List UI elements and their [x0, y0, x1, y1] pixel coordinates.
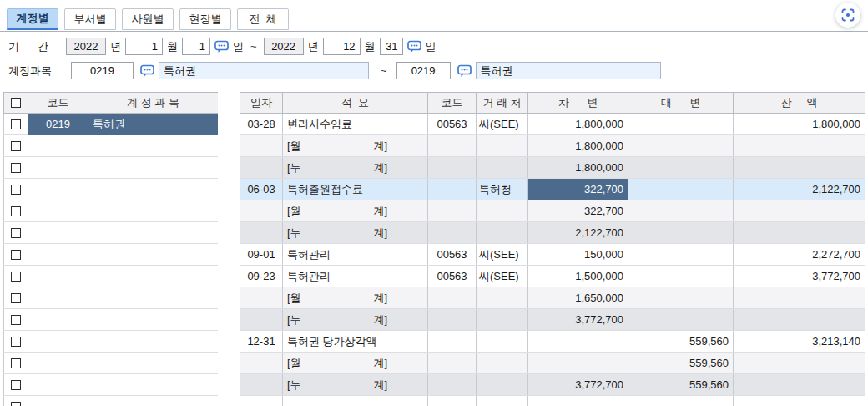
- credit-cell[interactable]: [628, 114, 734, 135]
- code-cell[interactable]: [428, 200, 477, 222]
- code-cell[interactable]: [428, 309, 477, 331]
- row-checkbox[interactable]: [11, 380, 21, 390]
- account-code-cell[interactable]: 0219: [28, 114, 88, 135]
- debit-cell[interactable]: 2,122,700: [528, 222, 628, 244]
- partner-cell[interactable]: [477, 200, 528, 222]
- to-day-input[interactable]: [380, 38, 403, 55]
- row-checkbox[interactable]: [11, 250, 21, 260]
- code-cell[interactable]: 00563: [428, 114, 477, 135]
- partner-cell[interactable]: 씨(SEE): [477, 114, 528, 135]
- credit-cell[interactable]: [628, 309, 734, 331]
- credit-cell[interactable]: [628, 244, 734, 266]
- row-checkbox[interactable]: [11, 402, 21, 406]
- account-name-cell[interactable]: 특허권: [88, 114, 219, 135]
- date-cell[interactable]: 09-01: [240, 244, 283, 266]
- row-checkbox[interactable]: [11, 293, 21, 303]
- account-code-cell[interactable]: [28, 287, 88, 309]
- account-code-cell[interactable]: [28, 179, 88, 200]
- to-month-input[interactable]: [323, 38, 361, 55]
- to-year-input[interactable]: [264, 38, 304, 55]
- ledger-row[interactable]: [누계]2,122,700: [240, 222, 865, 244]
- code-cell[interactable]: 00563: [428, 244, 477, 266]
- credit-cell[interactable]: [628, 135, 734, 157]
- tab-by-employee[interactable]: 사원별: [122, 8, 174, 30]
- account-code-cell[interactable]: [28, 374, 88, 396]
- row-checkbox[interactable]: [11, 315, 21, 325]
- code-cell[interactable]: [428, 287, 477, 309]
- account-name-cell[interactable]: [88, 396, 219, 406]
- date-cell[interactable]: [240, 200, 283, 222]
- partner-cell[interactable]: [477, 396, 528, 406]
- credit-cell[interactable]: [628, 200, 734, 222]
- account-name-cell[interactable]: [88, 331, 219, 353]
- ledger-row[interactable]: 09-01특허관리00563씨(SEE)150,0002,272,700: [240, 244, 865, 266]
- code-cell[interactable]: [428, 222, 477, 244]
- tab-by-site[interactable]: 현장별: [179, 8, 231, 30]
- account-row-empty[interactable]: [4, 200, 219, 222]
- account-row-empty[interactable]: [4, 179, 219, 200]
- description-cell[interactable]: 특허권 당가상각액: [283, 331, 428, 353]
- balance-cell[interactable]: 3,772,700: [734, 266, 865, 287]
- code-cell[interactable]: [428, 374, 477, 396]
- code-cell[interactable]: [428, 331, 477, 353]
- date-cell[interactable]: [240, 396, 283, 406]
- credit-cell[interactable]: 559,560: [628, 374, 734, 396]
- code-cell[interactable]: [428, 179, 477, 200]
- description-cell[interactable]: 특허관리: [283, 266, 428, 287]
- ledger-row[interactable]: 06-03특허출원접수료특허청322,7002,122,700: [240, 179, 865, 200]
- row-checkbox[interactable]: [11, 119, 21, 129]
- ledger-row[interactable]: 09-23특허관리00563씨(SEE)1,500,0003,772,700: [240, 266, 865, 287]
- code-help-icon[interactable]: [214, 40, 229, 53]
- date-cell[interactable]: [240, 374, 283, 396]
- description-cell[interactable]: [누계]: [283, 309, 428, 331]
- account-name-cell[interactable]: [88, 222, 219, 244]
- to-account-code-input[interactable]: [396, 62, 451, 79]
- account-row-empty[interactable]: [4, 157, 219, 179]
- ledger-row[interactable]: [240, 396, 865, 406]
- ledger-row[interactable]: [월계]322,700: [240, 200, 865, 222]
- debit-cell[interactable]: [528, 353, 628, 374]
- description-cell[interactable]: 특허출원접수료: [283, 179, 428, 200]
- balance-cell[interactable]: 2,272,700: [734, 244, 865, 266]
- description-cell[interactable]: [월계]: [283, 353, 428, 374]
- ledger-row[interactable]: [누계]1,800,000: [240, 157, 865, 179]
- account-name-cell[interactable]: [88, 244, 219, 266]
- debit-cell[interactable]: 1,650,000: [528, 287, 628, 309]
- credit-cell[interactable]: [628, 287, 734, 309]
- balance-cell[interactable]: 1,800,000: [734, 114, 865, 135]
- balance-cell[interactable]: [734, 396, 865, 406]
- description-cell[interactable]: [283, 396, 428, 406]
- balance-cell[interactable]: [734, 309, 865, 331]
- date-cell[interactable]: 09-23: [240, 266, 283, 287]
- debit-cell[interactable]: 3,772,700: [528, 309, 628, 331]
- balance-cell[interactable]: [734, 374, 865, 396]
- tab-by-account[interactable]: 계정별: [7, 8, 58, 30]
- credit-cell[interactable]: [628, 179, 734, 200]
- partner-cell[interactable]: [477, 331, 528, 353]
- account-row-empty[interactable]: [4, 331, 219, 353]
- date-cell[interactable]: [240, 135, 283, 157]
- tab-all[interactable]: 전 체: [237, 8, 289, 30]
- debit-cell[interactable]: 3,772,700: [528, 374, 628, 396]
- code-help-icon[interactable]: [140, 64, 154, 78]
- description-cell[interactable]: [누계]: [283, 157, 428, 179]
- date-cell[interactable]: [240, 222, 283, 244]
- debit-cell[interactable]: [528, 331, 628, 353]
- from-month-input[interactable]: [125, 38, 163, 55]
- account-name-cell[interactable]: [88, 135, 219, 157]
- credit-cell[interactable]: [628, 266, 734, 287]
- select-all-checkbox[interactable]: [11, 98, 21, 108]
- row-checkbox[interactable]: [11, 206, 21, 216]
- to-account-name-field[interactable]: [476, 62, 661, 79]
- ledger-row[interactable]: 12-31특허권 당가상각액559,5603,213,140: [240, 331, 865, 353]
- credit-cell[interactable]: 559,560: [628, 353, 734, 374]
- account-code-cell[interactable]: [28, 396, 88, 406]
- account-code-cell[interactable]: [28, 135, 88, 157]
- partner-cell[interactable]: 씨(SEE): [477, 266, 528, 287]
- partner-cell[interactable]: [477, 309, 528, 331]
- account-row-empty[interactable]: [4, 353, 219, 374]
- balance-cell[interactable]: [734, 157, 865, 179]
- account-name-cell[interactable]: [88, 309, 219, 331]
- row-checkbox[interactable]: [11, 272, 21, 282]
- focus-button[interactable]: [835, 3, 860, 28]
